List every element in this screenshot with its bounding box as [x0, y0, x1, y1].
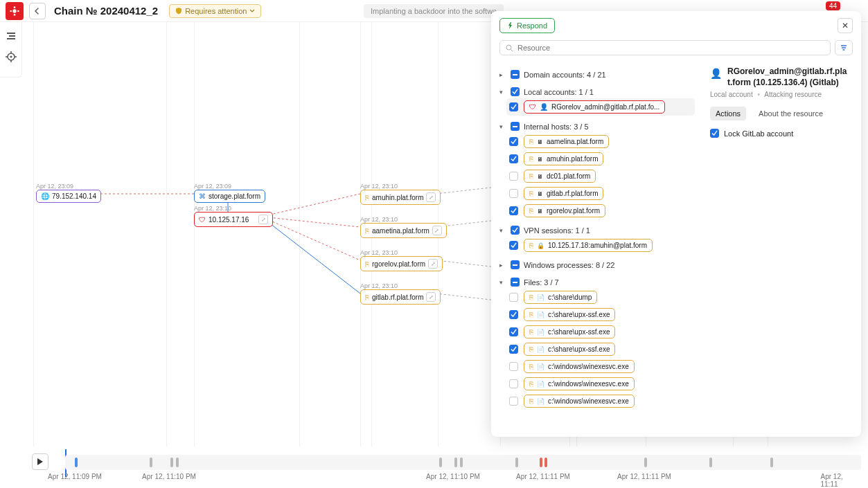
tree-row[interactable]: ⎘📄c:\windows\winexesvc.exe [509, 375, 695, 392]
resource-pill[interactable]: ⎘🖥gitlab.rf.plat.form [524, 187, 603, 200]
checkbox[interactable] [509, 241, 518, 250]
checkbox[interactable] [509, 397, 518, 406]
group-files[interactable]: ▾ Files: 3 / 7 [499, 275, 695, 289]
timeline-tick[interactable] [770, 458, 773, 467]
tree-row[interactable]: ⎘📄c:\share\upx-ssf.exe [509, 306, 695, 323]
node-host[interactable]: ⎘ aametina.plat.form ⤢ [360, 223, 447, 238]
tree-row[interactable]: ⎘🖥gitlab.rf.plat.form [509, 185, 695, 202]
status-pill[interactable]: Requires attention [169, 4, 261, 18]
timeline-tick[interactable] [454, 458, 457, 467]
resource-pill[interactable]: ⎘🖥rgorelov.plat.form [524, 204, 605, 217]
tree-row[interactable]: ⎘📄c:\windows\winexesvc.exe [509, 392, 695, 410]
resource-pill[interactable]: 🛡 👤 RGorelov_admin@gitlab.rf.plat.fo... [524, 100, 665, 114]
resource-pill[interactable]: ⎘📄c:\windows\winexesvc.exe [524, 395, 635, 408]
tree-row[interactable]: ⎘📄c:\share\dump [509, 289, 695, 306]
checkbox[interactable] [509, 310, 518, 319]
checkbox[interactable] [511, 226, 520, 235]
checkbox[interactable] [509, 293, 518, 302]
tree-row[interactable]: ⎘📄c:\share\upx-ssf.exe [509, 341, 695, 358]
layout-icon[interactable] [6, 30, 17, 42]
expand-icon[interactable]: ⤢ [426, 292, 436, 302]
checkbox-indeterminate[interactable] [511, 278, 520, 287]
timeline-tick[interactable] [75, 458, 78, 467]
checkbox-indeterminate[interactable] [511, 260, 520, 269]
checkbox-indeterminate[interactable] [511, 122, 520, 131]
checkbox[interactable] [511, 87, 520, 96]
respond-button[interactable]: Respond [499, 18, 555, 33]
checkbox[interactable] [509, 137, 518, 146]
tree-row[interactable]: ⎘🖥rgorelov.plat.form [509, 202, 695, 219]
checkbox[interactable] [509, 189, 518, 198]
node-host[interactable]: ⎘ rgorelov.plat.form ⤢ [360, 256, 443, 271]
chevron-down-icon: ▾ [499, 279, 506, 286]
timeline-tick[interactable] [460, 458, 463, 467]
checkbox[interactable] [509, 379, 518, 388]
checkbox[interactable] [509, 206, 518, 215]
group-windows-processes[interactable]: ▸ Windows processes: 8 / 22 [499, 258, 695, 271]
filter-button[interactable] [835, 40, 853, 55]
search-input[interactable] [517, 44, 824, 52]
resource-pill[interactable]: ⎘📄c:\share\dump [524, 291, 597, 304]
play-button[interactable] [32, 453, 48, 470]
timeline-tick[interactable] [150, 458, 152, 467]
group-internal-hosts[interactable]: ▾ Internal hosts: 3 / 5 [499, 120, 695, 133]
group-vpn-sessions[interactable]: ▾ VPN sessions: 1 / 1 [499, 224, 695, 237]
target-icon[interactable] [6, 51, 17, 62]
resource-pill[interactable]: ⎘📄c:\windows\winexesvc.exe [524, 377, 635, 390]
tab-actions[interactable]: Actions [710, 107, 746, 120]
node-storage[interactable]: ⌘ storage.plat.form [194, 190, 265, 203]
timeline-tick[interactable] [644, 458, 647, 467]
checkbox[interactable] [509, 362, 518, 371]
checkbox[interactable] [509, 327, 518, 336]
timeline-tick[interactable] [176, 458, 179, 467]
tree-row[interactable]: ⎘🖥aamelina.plat.form [509, 133, 695, 150]
resource-pill[interactable]: ⎘📄c:\windows\winexesvc.exe [524, 360, 635, 373]
checkbox[interactable] [509, 345, 518, 354]
resource-pill[interactable]: ⎘📄c:\share\upx-ssf.exe [524, 343, 615, 356]
node-ts: Apr 12, 23:10 [194, 205, 231, 212]
checkbox[interactable] [509, 102, 518, 111]
node-external-ip[interactable]: 🌐 79.152.140.14 [36, 190, 101, 203]
expand-icon[interactable]: ⤢ [432, 226, 442, 235]
tree-row[interactable]: ⎘ 🔒 10.125.17.18:amuhin@plat.form [509, 237, 695, 254]
tree-row[interactable]: ⎘🖥amuhin.plat.form [509, 150, 695, 168]
host-icon: 🖥 [537, 156, 543, 163]
checkbox[interactable] [509, 154, 518, 163]
user-icon: 👤 [540, 103, 548, 111]
resource-pill[interactable]: ⎘ 🔒 10.125.17.18:amuhin@plat.form [524, 239, 653, 252]
expand-icon[interactable]: ⤢ [258, 215, 268, 224]
checkbox-indeterminate[interactable] [511, 70, 520, 79]
tree-row[interactable]: ⎘📄c:\share\upx-ssf.exe [509, 323, 695, 341]
tab-about[interactable]: About the resource [753, 107, 829, 120]
left-rail [0, 22, 22, 78]
expand-icon[interactable]: ⤢ [426, 192, 436, 202]
tree-row[interactable]: 🛡 👤 RGorelov_admin@gitlab.rf.plat.fo... [506, 98, 695, 116]
node-host[interactable]: ⎘ amuhin.plat.form ⤢ [360, 190, 441, 205]
expand-icon[interactable]: ⤢ [428, 259, 438, 269]
tree-row[interactable]: ⎘📄c:\windows\winexesvc.exe [509, 358, 695, 375]
node-host[interactable]: ⎘ gitlab.rf.plat.form ⤢ [360, 289, 441, 305]
node-host-ip[interactable]: 🛡 10.125.17.16 ⤢ [194, 212, 273, 227]
resource-pill[interactable]: ⎘🖥aamelina.plat.form [524, 135, 609, 148]
close-button[interactable]: ✕ [838, 18, 853, 33]
file-icon: 📄 [537, 398, 544, 405]
group-domain-accounts[interactable]: ▸ Domain accounts: 4 / 21 [499, 68, 695, 81]
timeline-tick[interactable] [170, 458, 173, 467]
timeline-tick[interactable] [439, 458, 442, 467]
timeline-tick[interactable] [540, 458, 542, 467]
timeline-tick[interactable] [515, 458, 518, 467]
resource-pill[interactable]: ⎘🖥dc01.plat.form [524, 170, 596, 183]
resource-tree[interactable]: ▸ Domain accounts: 4 / 21 ▾ Local accoun… [491, 61, 700, 437]
back-button[interactable] [29, 3, 46, 19]
resource-pill[interactable]: ⎘📄c:\share\upx-ssf.exe [524, 308, 615, 321]
resource-pill[interactable]: ⎘📄c:\share\upx-ssf.exe [524, 325, 615, 338]
timeline-track[interactable] [65, 455, 861, 470]
checkbox[interactable] [509, 172, 518, 181]
timeline-tick[interactable] [709, 458, 712, 467]
checkbox[interactable] [710, 129, 719, 138]
resource-pill[interactable]: ⎘🖥amuhin.plat.form [524, 152, 603, 165]
search-input-wrap[interactable] [499, 40, 831, 55]
group-local-accounts[interactable]: ▾ Local accounts: 1 / 1 [499, 85, 695, 98]
timeline-tick[interactable] [544, 458, 547, 467]
tree-row[interactable]: ⎘🖥dc01.plat.form [509, 168, 695, 185]
